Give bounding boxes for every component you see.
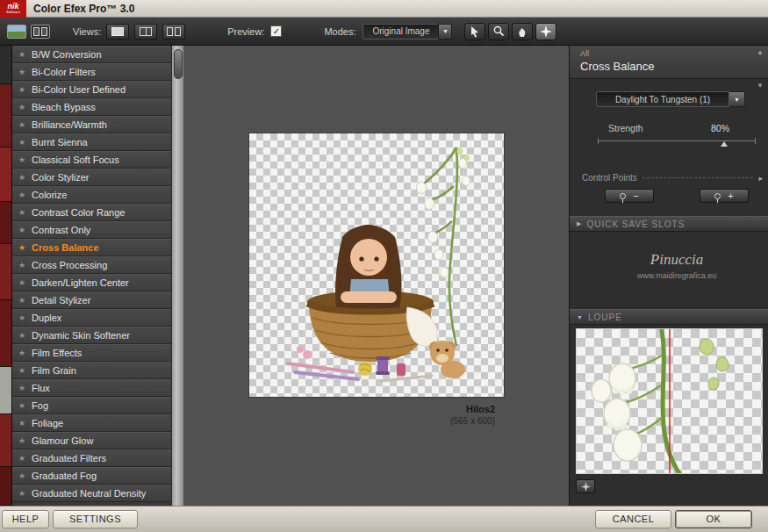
- filter-list-item[interactable]: ★ Dynamic Skin Softener: [12, 327, 171, 344]
- filter-label: B/W Conversion: [32, 49, 101, 60]
- side-by-side-view-button[interactable]: [162, 24, 185, 40]
- filter-list-item[interactable]: ★ Graduated Fog: [12, 467, 171, 485]
- logo-subtext: Software: [6, 11, 20, 14]
- star-icon: ★: [18, 384, 25, 392]
- title-bar: nik Software Color Efex Pro™ 3.0: [0, 0, 768, 18]
- star-icon: ★: [18, 436, 25, 445]
- strength-value: 80%: [711, 123, 729, 133]
- star-icon: ★: [18, 366, 25, 375]
- filter-list-scrollbar[interactable]: [171, 46, 183, 506]
- filter-list-item[interactable]: ★ Detail Stylizer: [12, 291, 171, 309]
- filter-label: Glamour Glow: [32, 435, 93, 446]
- image-name: Hilos2: [249, 404, 495, 414]
- filter-list-item[interactable]: ★ Bleach Bypass: [12, 98, 171, 116]
- filter-list-item[interactable]: ★ Darken/Lighten Center: [12, 274, 171, 291]
- help-button[interactable]: HELP: [2, 510, 49, 528]
- preview-checkbox[interactable]: ✓: [270, 25, 282, 37]
- filter-scope-label: All: [580, 49, 768, 58]
- star-icon: ★: [18, 471, 25, 480]
- settings-button[interactable]: SETTINGS: [53, 510, 138, 528]
- filter-label: Contrast Only: [32, 225, 90, 235]
- single-view-icon: [111, 27, 124, 36]
- loupe-view: [576, 328, 763, 474]
- loupe-pin-button[interactable]: [576, 479, 595, 493]
- filter-label: Dynamic Skin Softener: [32, 330, 130, 341]
- strength-slider-marker[interactable]: [721, 141, 728, 147]
- filter-list-item[interactable]: ★ Contrast Color Range: [12, 204, 171, 221]
- filter-list-item[interactable]: ★ Foliage: [12, 414, 171, 432]
- cancel-button[interactable]: CANCEL: [595, 510, 671, 528]
- filter-label: Flux: [32, 383, 50, 393]
- scrollbar-thumb[interactable]: [174, 49, 183, 79]
- control-point-tool-button[interactable]: [535, 23, 556, 40]
- single-view-button[interactable]: [106, 24, 129, 40]
- compare-view-icon[interactable]: [31, 25, 50, 39]
- filter-list-item[interactable]: ★ Colorize: [12, 186, 171, 204]
- window-title: Color Efex Pro™ 3.0: [33, 3, 134, 15]
- panel-scroll-up-icon[interactable]: ▲: [755, 48, 765, 56]
- filter-list-item[interactable]: ★ Duplex: [12, 309, 171, 327]
- filter-list-item[interactable]: ★ Cross Balance: [12, 239, 171, 256]
- add-control-point-button[interactable]: +: [700, 189, 749, 203]
- category-tab[interactable]: [0, 367, 11, 414]
- filter-list-item[interactable]: ★ Graduated Filters: [12, 449, 171, 467]
- filter-list-item[interactable]: ★ Flux: [12, 379, 171, 397]
- category-tab[interactable]: [0, 84, 11, 147]
- filter-list-item[interactable]: ★ Film Grain: [12, 362, 171, 379]
- filter-list-item[interactable]: ★ Burnt Sienna: [12, 133, 171, 151]
- category-tab[interactable]: [0, 147, 11, 202]
- star-icon: ★: [18, 454, 25, 463]
- modes-dropdown[interactable]: Original Image ▼: [362, 24, 452, 40]
- filter-list-item[interactable]: ★ Glamour Glow: [12, 432, 171, 449]
- filter-list-item[interactable]: ★ Bi-Color Filters: [12, 63, 171, 81]
- minus-icon: −: [633, 191, 638, 201]
- method-dropdown[interactable]: Daylight To Tungsten (1): [596, 91, 729, 107]
- remove-control-point-button[interactable]: −: [605, 189, 654, 203]
- star-icon: ★: [18, 138, 25, 147]
- category-tab[interactable]: [0, 300, 11, 367]
- filter-list-item[interactable]: ★ Film Effects: [12, 344, 171, 362]
- category-tab[interactable]: [0, 202, 11, 244]
- ok-button[interactable]: OK: [675, 510, 752, 528]
- filter-list-item[interactable]: ★ Contrast Only: [12, 221, 171, 239]
- quick-save-slots-header[interactable]: ▶ QUICK SAVE SLOTS: [570, 216, 768, 232]
- filter-label: Foliage: [32, 418, 63, 428]
- control-point-icon: [714, 193, 721, 199]
- panel-scroll-down-icon[interactable]: ▼: [755, 82, 765, 90]
- select-tool-button[interactable]: [464, 23, 485, 40]
- star-icon: ★: [18, 349, 25, 357]
- method-chevron-down-icon[interactable]: ▼: [729, 91, 745, 107]
- filter-list-item[interactable]: ★ Fog: [12, 397, 171, 414]
- strength-slider[interactable]: [598, 137, 756, 147]
- star-icon: ★: [18, 331, 25, 340]
- filter-list-item[interactable]: ★ Color Stylizer: [12, 169, 171, 186]
- star-icon: ★: [18, 85, 25, 94]
- filter-list-item[interactable]: ★ Graduated Neutral Density: [12, 485, 171, 502]
- filter-list-item[interactable]: ★ Bi-Color User Defined: [12, 81, 171, 98]
- modes-dropdown-value: Original Image: [362, 24, 438, 40]
- category-tab[interactable]: [0, 467, 11, 506]
- filter-list-item[interactable]: ★ Brilliance/Warmth: [12, 116, 171, 133]
- thumbnail-view-icon[interactable]: [7, 25, 26, 39]
- category-tab[interactable]: [0, 244, 11, 300]
- split-view-button[interactable]: [134, 24, 157, 40]
- category-tab[interactable]: [0, 414, 11, 467]
- category-tab[interactable]: [0, 46, 11, 84]
- filter-list-item[interactable]: ★ Cross Processing: [12, 256, 171, 274]
- filter-label: Bi-Color User Defined: [32, 84, 126, 95]
- zoom-tool-button[interactable]: [488, 23, 509, 40]
- loupe-header[interactable]: ▼ LOUPE: [570, 309, 768, 325]
- star-icon: ★: [18, 50, 25, 59]
- pan-tool-button[interactable]: [512, 23, 533, 40]
- plus-icon: +: [728, 191, 733, 201]
- filter-list-item[interactable]: ★ B/W Conversion: [12, 46, 171, 63]
- filter-list-item[interactable]: ★ Classical Soft Focus: [12, 151, 171, 169]
- watermark-title: Pinuccia: [585, 251, 768, 269]
- category-strip: [0, 46, 12, 506]
- filter-label: Detail Stylizer: [32, 295, 90, 306]
- control-points-expand-icon[interactable]: ▸: [758, 174, 763, 183]
- chevron-down-icon[interactable]: ▼: [438, 24, 452, 40]
- toolbar: Views: Preview: ✓ Modes: Original Image …: [0, 18, 768, 46]
- filter-label: Graduated Neutral Density: [32, 488, 146, 499]
- filter-header: All Cross Balance: [570, 46, 768, 79]
